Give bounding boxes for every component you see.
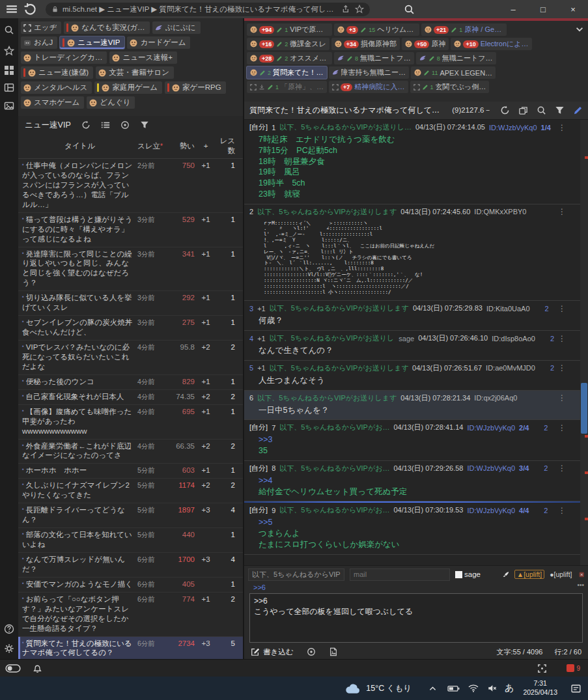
close-button[interactable]: × bbox=[558, 0, 588, 18]
post-id[interactable]: ID:QMKxXPBY0 bbox=[474, 208, 526, 216]
post[interactable]: 6 以下、5ちゃんねるからVIPがお送りします 04/13(日) 07:28:2… bbox=[244, 391, 580, 421]
ime-indicator[interactable]: あ bbox=[505, 682, 514, 694]
reply-bubble-icon[interactable] bbox=[539, 365, 546, 372]
posts-scrollbar[interactable] bbox=[580, 120, 588, 565]
post-id[interactable]: ID:WJzbVyKq0 bbox=[467, 424, 515, 432]
weather-cloud-icon[interactable] bbox=[344, 683, 361, 694]
post-menu-icon[interactable]: ⋮ bbox=[558, 334, 575, 343]
tray-chevron-up-icon[interactable] bbox=[428, 684, 437, 693]
post[interactable]: [自分] 9 以下、5ちゃんねるからVIPがお… 04/13(日) 07:30:… bbox=[244, 503, 580, 554]
uplift-button[interactable]: ▲[uplift] bbox=[514, 570, 544, 579]
rail-help-icon[interactable] bbox=[4, 624, 14, 634]
board-tab[interactable]: どんぐり bbox=[87, 96, 135, 109]
board-tab[interactable]: カードゲーム bbox=[127, 36, 190, 49]
thread-tab[interactable]: 1 「原神」、… bbox=[247, 81, 327, 93]
reply-bubble-icon[interactable] bbox=[533, 465, 540, 472]
post-menu-icon[interactable]: ⋮ bbox=[558, 123, 575, 132]
thread-row[interactable]: ▪お前らって「○○なボタン押す？」みたいなアンケートスレで自分がなぜその選択をし… bbox=[18, 593, 243, 637]
post-menu-icon[interactable]: ⋮ bbox=[558, 393, 575, 402]
sage-checkbox-box[interactable] bbox=[455, 571, 462, 578]
column-title[interactable]: タイトル bbox=[22, 141, 137, 151]
thread-row[interactable]: ▪ホーホホ ホホー 5分前 603 +1 1 bbox=[18, 464, 243, 479]
thread-row[interactable]: ▪安価でマンガのようなモノ描く 6分前 405 1 bbox=[18, 578, 243, 593]
close-reply-icon[interactable] bbox=[579, 570, 585, 579]
post[interactable]: 4 +1 以下、5ちゃんねるからVIPがお送りし… sage 04/13(日) … bbox=[244, 331, 580, 361]
post-menu-icon[interactable]: ⋮ bbox=[558, 423, 575, 432]
board-tab[interactable]: ニュー速VIP bbox=[60, 36, 124, 49]
board-tab[interactable]: おんJ bbox=[21, 36, 57, 49]
post-number[interactable]: 6 bbox=[249, 394, 253, 402]
thread-row[interactable]: ▪外食産業労働者←これがド底辺なイメージになったのってさ 4分前 66.35 +… bbox=[18, 440, 243, 464]
thread-tab[interactable]: +7 精神病院に入… bbox=[329, 81, 408, 93]
notifications-icon[interactable] bbox=[570, 683, 581, 694]
anchor-link[interactable]: >>4 bbox=[259, 475, 575, 486]
thread-refresh-icon[interactable] bbox=[500, 105, 510, 115]
thread-tab[interactable]: +3 15 ヘリウムガ… bbox=[334, 23, 419, 36]
rail-search-icon[interactable] bbox=[4, 25, 14, 35]
thread-row[interactable]: ▪久しぶりにイナズマイレブン2やりたくなってきた 5分前 1174 +2 2 bbox=[18, 479, 243, 503]
record-indicator-icon[interactable] bbox=[567, 664, 574, 672]
attach-image-icon[interactable] bbox=[329, 647, 338, 656]
anchor-link[interactable]: >>3 bbox=[259, 434, 575, 445]
board-tab[interactable]: 家庭用ゲーム bbox=[94, 81, 162, 94]
rail-boards-icon[interactable] bbox=[4, 65, 14, 76]
post-number[interactable]: 3 bbox=[249, 305, 253, 313]
thread-tab[interactable]: 2 質問来てた！… bbox=[247, 66, 327, 79]
board-tab[interactable]: 文芸・書籍サロン bbox=[96, 66, 174, 79]
post-id[interactable]: ID:Kita0UaA0 bbox=[486, 305, 530, 313]
thread-tab[interactable]: +34 損傷原神部 bbox=[331, 38, 400, 50]
board-tab[interactable]: ニュー速(嫌儲) bbox=[21, 66, 93, 79]
thread-tab[interactable]: +16 2 微課金スレ bbox=[247, 38, 329, 50]
board-tab[interactable]: メンタルヘルス bbox=[21, 81, 92, 94]
board-tab[interactable]: ニュース速報+ bbox=[109, 51, 177, 64]
sage-checkbox[interactable]: sage bbox=[455, 570, 481, 578]
wifi-icon[interactable] bbox=[468, 684, 479, 693]
post-menu-icon[interactable]: ⋮ bbox=[558, 506, 575, 515]
thread-row[interactable]: ▪VIPでレスバ？みたいなのに必死になってる奴らだいたいこれだよな 4分前 95… bbox=[18, 341, 243, 375]
bookmark-star-icon[interactable] bbox=[355, 5, 364, 14]
post-menu-icon[interactable]: ⋮ bbox=[558, 207, 575, 216]
board-tab[interactable]: 家ゲーRPG bbox=[165, 81, 226, 94]
column-date[interactable]: スレ立* bbox=[137, 141, 165, 151]
thread-row[interactable]: ▪部落の文化って日本を知れていいよね 5分前 440 1 bbox=[18, 528, 243, 553]
reply-bubble-icon[interactable] bbox=[534, 305, 541, 312]
rail-favorites-icon[interactable] bbox=[4, 46, 14, 56]
reload-icon[interactable] bbox=[23, 3, 36, 16]
post-menu-icon[interactable]: ⋮ bbox=[558, 363, 575, 372]
post-id[interactable]: ID:dIsp8oAo0 bbox=[492, 335, 535, 343]
url-bar[interactable]: mi.5ch.net ▶ ニュー速VIP ▶ 質問来てた！甘えの極致にいるナマポ… bbox=[46, 3, 370, 16]
thread-tab[interactable]: +10 Electronによ… bbox=[451, 38, 531, 50]
thread-row[interactable]: ▪なんで万博スレッドが無いんだ？ 6分前 1700 +3 4 bbox=[18, 553, 243, 578]
post[interactable]: 2 以下、5ちゃんねるからVIPがお送りします 04/13(日) 07:24:4… bbox=[244, 204, 580, 301]
name-field[interactable] bbox=[248, 568, 344, 581]
thread-tab[interactable]: 8 無職ニートフ… bbox=[334, 52, 414, 64]
menu-icon[interactable] bbox=[6, 3, 18, 15]
thread-share-icon[interactable] bbox=[518, 105, 528, 115]
reply-bubble-icon[interactable] bbox=[533, 424, 540, 431]
board-tab[interactable]: なんでも実況(ガ… bbox=[64, 21, 149, 34]
thread-tab[interactable]: +50 原神 bbox=[402, 38, 449, 50]
thread-row[interactable]: ▪切り込み隊長に似ている人を挙げていくスレ 3分前 292 +1 1 bbox=[18, 291, 243, 316]
post-menu-icon[interactable]: ⋮ bbox=[558, 464, 575, 473]
battery-icon[interactable] bbox=[447, 685, 460, 692]
thread-tab[interactable]: +28 2 オススメの… bbox=[247, 52, 332, 64]
anchor-link[interactable]: >>5 bbox=[259, 517, 575, 528]
minimize-button[interactable]: – bbox=[498, 0, 528, 18]
thread-write-icon[interactable] bbox=[573, 105, 583, 115]
fullscreen-icon[interactable] bbox=[537, 664, 547, 673]
post-id[interactable]: ID:WJzbVyKq0 bbox=[467, 507, 515, 514]
filter-icon[interactable] bbox=[140, 120, 149, 130]
thread-tab[interactable]: 8 無職ニートフ… bbox=[416, 52, 496, 64]
post[interactable]: 3 +1 以下、5ちゃんねるからVIPがお送りします 04/13(日) 07:2… bbox=[244, 301, 580, 331]
chevron-down-icon[interactable] bbox=[575, 25, 584, 34]
post-menu-icon[interactable]: ⋮ bbox=[558, 304, 575, 313]
board-tab[interactable]: ぷにぷに bbox=[152, 21, 201, 34]
clock[interactable]: 7:31 2025/04/13 bbox=[523, 679, 557, 697]
search-icon[interactable] bbox=[404, 4, 415, 15]
thread-row[interactable]: ▪セブンイレブンの豚の炭火焼丼食べたいんだけど、 3分前 275 +1 1 bbox=[18, 316, 243, 341]
thread-row[interactable]: ▪長距離ドライバーってどうなん？ 5分前 1897 +3 4 bbox=[18, 503, 243, 528]
board-tab[interactable]: エッヂ bbox=[21, 21, 61, 34]
thread-tab[interactable]: +94 1 VIPで原神… bbox=[247, 23, 332, 36]
thread-search-icon[interactable] bbox=[537, 105, 546, 115]
autoscroll-icon[interactable] bbox=[120, 120, 130, 130]
